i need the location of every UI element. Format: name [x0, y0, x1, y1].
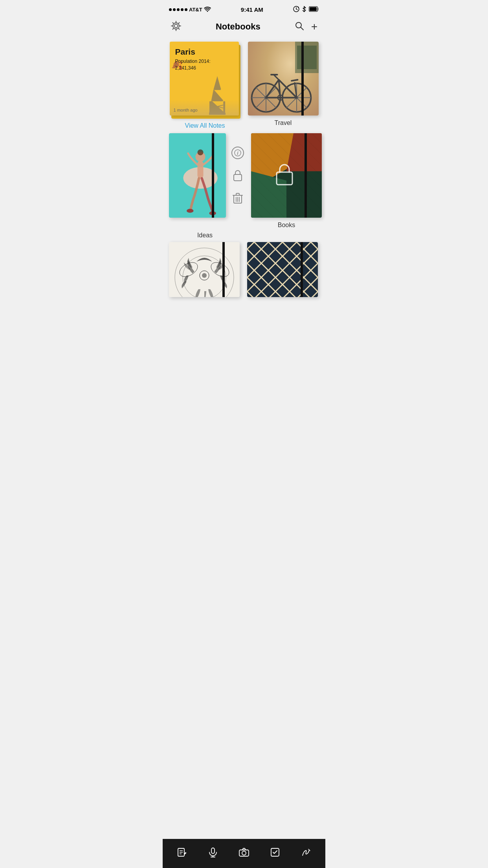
all-notes-label[interactable]: View All Notes: [185, 122, 225, 129]
delete-action-button[interactable]: [231, 191, 245, 206]
lock-rotation-icon: [293, 6, 299, 13]
svg-line-6: [301, 28, 303, 30]
svg-point-40: [187, 209, 194, 213]
svg-rect-8: [214, 88, 220, 90]
gear-icon: [171, 20, 182, 31]
notebook-item-mandala[interactable]: [169, 242, 241, 297]
all-notes-timestamp: 1 month ago: [174, 108, 198, 112]
all-notes-info: Population 2014:2,241,346: [175, 58, 211, 72]
geometric-strap: [301, 242, 303, 297]
header-actions: +: [295, 21, 317, 32]
svg-text:i: i: [237, 150, 238, 156]
signal-bars: [169, 8, 187, 11]
settings-button[interactable]: [171, 20, 182, 33]
swipe-actions: i: [231, 146, 245, 206]
chevron-pattern: [247, 242, 318, 297]
svg-point-55: [202, 273, 207, 278]
partial-notebooks-row: [163, 242, 325, 297]
wifi-icon: [204, 6, 211, 13]
notebook-strap: [301, 42, 304, 116]
info-action-button[interactable]: i: [231, 146, 245, 160]
notebook-cover-ideas[interactable]: [169, 133, 226, 218]
ideas-label: Ideas: [169, 232, 241, 239]
svg-point-3: [174, 24, 178, 28]
notebook-item-geometric[interactable]: [247, 242, 319, 297]
all-notes-city: Paris: [175, 47, 211, 57]
dancer-icon: [177, 141, 224, 218]
svg-point-4: [173, 23, 179, 29]
header: Notebooks +: [163, 17, 325, 38]
page-title: Notebooks: [216, 22, 261, 32]
svg-marker-9: [211, 89, 223, 101]
svg-rect-36: [198, 161, 204, 178]
search-button[interactable]: [295, 21, 304, 32]
status-bar: AT&T 9:41 AM: [163, 0, 325, 17]
svg-marker-7: [213, 76, 221, 89]
svg-rect-49: [277, 172, 292, 185]
mandala-pattern: [169, 242, 240, 297]
lock-icon: [232, 169, 243, 182]
svg-line-32: [292, 80, 298, 81]
notebook-item-travel[interactable]: Travel: [247, 42, 319, 129]
books-label-row: [247, 232, 319, 239]
travel-label: Travel: [275, 119, 292, 127]
bluetooth-icon: [302, 6, 306, 13]
ideas-books-row: i: [163, 133, 325, 229]
lock-action-button[interactable]: [231, 169, 245, 183]
svg-rect-57: [247, 242, 318, 297]
add-button[interactable]: +: [311, 21, 317, 32]
carrier-label: AT&T: [189, 7, 202, 13]
ideas-strap: [212, 133, 214, 218]
ideas-section: i: [169, 133, 245, 218]
books-label: Books: [278, 222, 295, 229]
status-right: [293, 6, 319, 13]
books-strap: [305, 133, 307, 218]
ideas-books-labels: Ideas: [163, 229, 325, 239]
trash-icon: [233, 193, 243, 204]
notebook-item-all-notes[interactable]: Paris Population 2014:2,241,346 🍂 1 mont…: [169, 42, 241, 129]
notebook-item-books[interactable]: Books: [251, 133, 322, 229]
status-left: AT&T: [169, 6, 211, 13]
svg-point-38: [198, 149, 204, 155]
battery-icon: [309, 6, 319, 13]
mandala-strap: [222, 242, 225, 297]
search-icon: [295, 21, 304, 31]
svg-point-50: [175, 248, 234, 297]
svg-rect-2: [310, 7, 317, 11]
status-time: 9:41 AM: [241, 6, 263, 13]
svg-rect-43: [234, 174, 242, 181]
books-lock-overlay: [275, 163, 294, 188]
notebooks-grid: Paris Population 2014:2,241,346 🍂 1 mont…: [163, 38, 325, 133]
